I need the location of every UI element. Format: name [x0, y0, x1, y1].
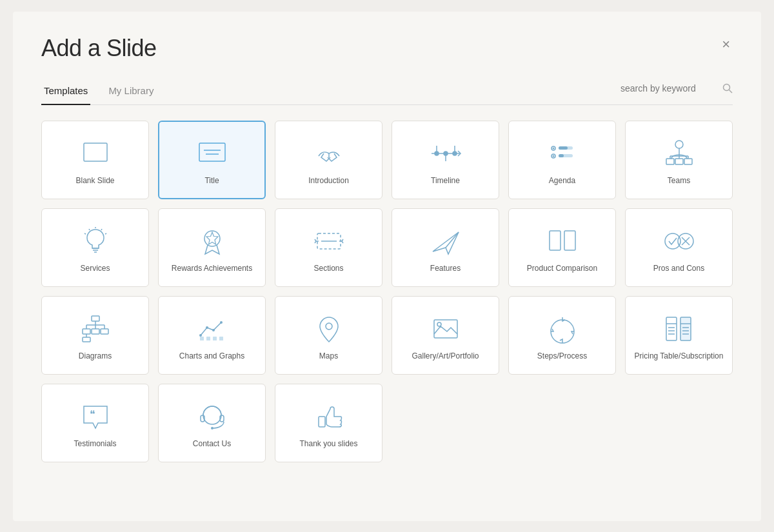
close-button[interactable]: ×: [719, 35, 733, 54]
slide-templates-grid: Blank Slide Title: [41, 121, 733, 462]
svg-rect-60: [83, 337, 90, 342]
svg-line-37: [89, 229, 90, 230]
card-agenda[interactable]: Agenda: [508, 121, 616, 199]
svg-point-69: [326, 323, 332, 330]
svg-point-18: [552, 155, 554, 157]
search-icon: [722, 83, 733, 94]
card-gallery[interactable]: Gallery/Art/Portfolio: [392, 296, 499, 375]
diagrams-icon: [76, 313, 115, 345]
blank-slide-icon: [76, 137, 115, 170]
card-label: Thank you slides: [299, 439, 357, 449]
title-icon: [193, 137, 232, 170]
card-introduction[interactable]: Introduction: [275, 121, 382, 199]
card-label: Maps: [319, 351, 338, 362]
svg-point-21: [675, 141, 683, 148]
testimonials-icon: ❝: [76, 400, 115, 433]
svg-marker-39: [206, 232, 218, 244]
svg-rect-57: [92, 329, 99, 334]
card-pricing-table[interactable]: Pricing Table/Subscription: [625, 296, 733, 375]
card-rewards-achievements[interactable]: Rewards Achievements: [158, 208, 266, 287]
tabs-container: Templates My Library: [41, 80, 172, 104]
svg-rect-70: [434, 320, 457, 338]
svg-point-0: [724, 84, 730, 90]
search-input[interactable]: [620, 83, 717, 94]
card-title[interactable]: Title: [158, 121, 266, 199]
card-label: Timeline: [431, 176, 460, 186]
card-services[interactable]: Services: [41, 208, 149, 287]
svg-rect-65: [200, 337, 204, 340]
card-label: Testimonials: [74, 439, 116, 449]
features-icon: [426, 225, 465, 257]
svg-rect-44: [550, 231, 561, 250]
svg-rect-73: [680, 317, 691, 340]
svg-rect-68: [219, 337, 223, 340]
svg-rect-66: [206, 337, 210, 340]
svg-rect-67: [213, 337, 217, 340]
svg-line-36: [84, 233, 86, 234]
card-label: Rewards Achievements: [172, 264, 252, 274]
svg-rect-22: [666, 159, 674, 164]
tab-templates[interactable]: Templates: [41, 80, 90, 105]
svg-rect-24: [684, 159, 692, 164]
svg-rect-16: [559, 146, 568, 150]
card-label: Product Comparison: [527, 264, 597, 274]
modal-title: Add a Slide: [41, 35, 157, 62]
card-contact-us[interactable]: Contact Us: [158, 384, 266, 462]
card-label: Blank Slide: [75, 176, 114, 186]
card-features[interactable]: Features: [392, 208, 499, 287]
sections-icon: [310, 225, 348, 257]
maps-icon: [310, 313, 348, 345]
svg-marker-42: [433, 232, 459, 254]
svg-line-1: [729, 90, 733, 93]
contact-icon: [193, 400, 232, 433]
steps-icon: [543, 313, 582, 345]
card-label: Pricing Table/Subscription: [635, 351, 724, 362]
card-product-comparison[interactable]: Product Comparison: [508, 208, 616, 287]
card-charts-and-graphs[interactable]: Charts and Graphs: [158, 296, 266, 375]
tab-my-library[interactable]: My Library: [106, 80, 156, 105]
card-teams[interactable]: Teams: [625, 121, 733, 199]
svg-point-64: [220, 321, 223, 324]
card-pros-and-cons[interactable]: Pros and Cons: [625, 208, 733, 287]
services-icon: [76, 225, 115, 257]
card-thank-you[interactable]: Thank you slides: [275, 384, 382, 462]
svg-rect-58: [101, 329, 108, 334]
card-maps[interactable]: Maps: [275, 296, 382, 375]
svg-line-34: [101, 229, 102, 230]
card-diagrams[interactable]: Diagrams: [41, 296, 149, 375]
card-label: Contact Us: [193, 439, 231, 449]
card-label: Introduction: [308, 176, 349, 186]
card-label: Diagrams: [79, 351, 112, 362]
card-timeline[interactable]: Timeline: [392, 121, 499, 199]
card-label: Teams: [668, 176, 690, 186]
introduction-icon: [310, 137, 348, 170]
card-label: Title: [204, 176, 219, 186]
card-testimonials[interactable]: ❝ Testimonials: [41, 384, 149, 462]
teams-icon: [660, 137, 699, 170]
card-steps-process[interactable]: Steps/Process: [508, 296, 616, 375]
svg-point-62: [206, 326, 208, 329]
svg-rect-56: [83, 329, 90, 334]
rewards-icon: [193, 225, 232, 257]
svg-point-61: [199, 334, 202, 337]
svg-rect-23: [675, 159, 683, 164]
svg-rect-20: [559, 154, 564, 157]
timeline-icon: [426, 137, 465, 170]
svg-point-63: [212, 329, 215, 331]
svg-rect-2: [84, 143, 107, 161]
card-sections[interactable]: Sections: [275, 208, 382, 287]
card-label: Sections: [313, 264, 343, 274]
card-label: Steps/Process: [537, 351, 587, 362]
svg-rect-50: [92, 316, 99, 321]
card-blank-slide[interactable]: Blank Slide: [41, 121, 149, 199]
svg-rect-72: [666, 317, 677, 340]
svg-rect-3: [199, 143, 225, 161]
thankyou-icon: [310, 400, 348, 433]
product-comparison-icon: [543, 225, 582, 257]
card-label: Agenda: [549, 176, 575, 186]
card-label: Gallery/Art/Portfolio: [412, 351, 479, 362]
charts-icon: [193, 313, 232, 345]
gallery-icon: [426, 313, 465, 345]
svg-line-35: [105, 233, 106, 234]
svg-text:❝: ❝: [90, 409, 95, 420]
